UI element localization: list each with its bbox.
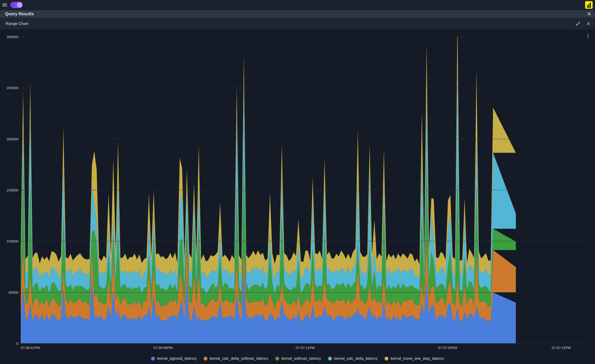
chart-container: 050000100000150000200000250000300000 07:… — [0, 30, 595, 364]
panel-header: Query Results — [0, 10, 595, 18]
legend-swatch — [204, 357, 207, 360]
gridline — [21, 88, 590, 88]
legend-swatch — [275, 357, 279, 360]
toggle-knob — [17, 2, 22, 7]
gridline — [21, 343, 590, 343]
dark-mode-toggle[interactable]: ☾ — [10, 2, 23, 8]
gridline — [21, 292, 590, 293]
gridline — [21, 190, 590, 190]
x-tick-label: 07:36:41PM — [21, 346, 40, 350]
legend-label: kernel_move_one_step_latency — [391, 357, 444, 361]
app-logo — [585, 1, 593, 9]
x-tick-label: 07:37:26PM — [438, 346, 457, 350]
close-chart-button[interactable] — [586, 21, 591, 26]
y-tick-label: 300000 — [7, 35, 18, 39]
chart-title: Range Chart — [6, 21, 28, 26]
y-tick-label: 150000 — [7, 188, 18, 192]
y-tick-label: 50000 — [8, 290, 18, 294]
menu-icon[interactable] — [2, 3, 7, 7]
x-tick-label: 07:36:56PM — [153, 346, 172, 350]
moon-icon: ☾ — [12, 3, 15, 7]
panel-title: Query Results — [5, 12, 34, 16]
collapse-icon[interactable] — [576, 21, 581, 26]
legend-swatch — [385, 357, 388, 360]
topbar: ☾ — [0, 0, 595, 10]
legend-label: kernel_calc_delta_softmax_latency — [210, 357, 268, 361]
legend-swatch — [328, 357, 332, 360]
plot-area[interactable]: 050000100000150000200000250000300000 — [21, 37, 590, 343]
legend-item[interactable]: kernel_sigmoid_latency — [151, 357, 197, 361]
close-panel-button[interactable] — [587, 12, 591, 16]
gridline — [21, 139, 590, 139]
chart-menu-icon[interactable] — [588, 34, 588, 38]
legend: kernel_sigmoid_latencykernel_calc_delta_… — [0, 357, 595, 361]
y-tick-label: 250000 — [7, 86, 18, 90]
x-tick-label: 07:37:11PM — [296, 346, 315, 350]
y-tick-label: 100000 — [7, 239, 18, 243]
chart-header: Range Chart — [0, 18, 595, 30]
legend-label: kernel_calc_delta_latency — [334, 357, 377, 361]
legend-item[interactable]: kernel_softmax_latency — [275, 357, 321, 361]
legend-label: kernel_softmax_latency — [282, 357, 321, 361]
legend-item[interactable]: kernel_calc_delta_softmax_latency — [204, 357, 268, 361]
legend-label: kernel_sigmoid_latency — [157, 357, 197, 361]
gridline — [21, 37, 590, 37]
x-tick-label: 07:37:41PM — [552, 346, 571, 350]
y-tick-label: 0 — [16, 341, 18, 345]
y-tick-label: 200000 — [7, 137, 18, 141]
x-axis: 07:36:41PM07:36:56PM07:37:11PM07:37:26PM… — [21, 346, 590, 351]
legend-swatch — [151, 357, 155, 360]
gridline — [21, 241, 590, 241]
legend-item[interactable]: kernel_move_one_step_latency — [385, 357, 444, 361]
legend-item[interactable]: kernel_calc_delta_latency — [328, 357, 377, 361]
